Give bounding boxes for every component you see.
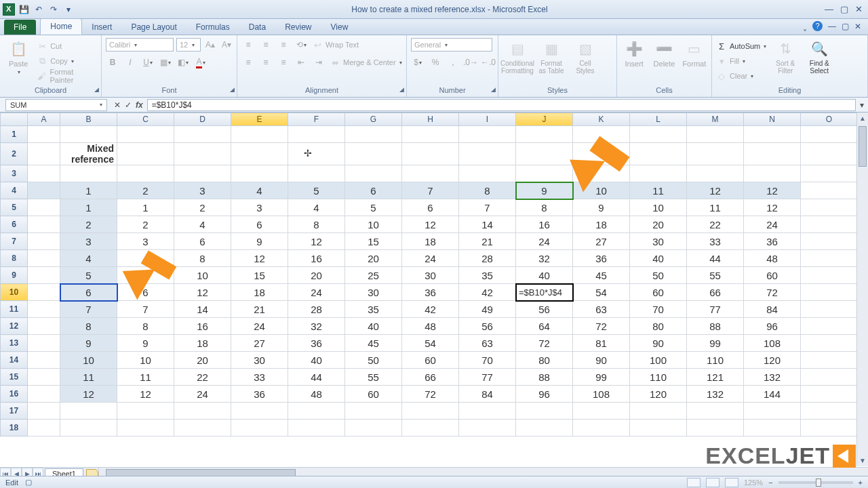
page-break-view-icon[interactable] <box>725 478 738 487</box>
align-right-icon[interactable]: ≡ <box>277 56 290 69</box>
cell-L9[interactable]: 50 <box>630 267 687 284</box>
row-header-17[interactable]: 17 <box>1 403 28 420</box>
cell-F9[interactable]: 20 <box>288 267 345 284</box>
sort-filter-button[interactable]: ⇅Sort & Filter <box>770 38 800 75</box>
cell-I18[interactable] <box>459 420 516 436</box>
cell-N10[interactable]: 72 <box>744 284 801 301</box>
cell-F1[interactable] <box>288 126 345 143</box>
cell-E11[interactable]: 21 <box>231 301 288 318</box>
tab-insert[interactable]: Insert <box>82 20 121 35</box>
cell-O1[interactable] <box>801 126 858 143</box>
cell-B1[interactable] <box>60 126 117 143</box>
cell-H14[interactable]: 60 <box>402 352 459 369</box>
cell-A11[interactable] <box>28 301 60 318</box>
format-cells-button[interactable]: ▭Format <box>682 38 707 68</box>
cell-L16[interactable]: 120 <box>630 386 687 403</box>
cell-J4[interactable]: 9 <box>516 182 573 199</box>
cell-K11[interactable]: 63 <box>573 301 630 318</box>
cell-N13[interactable]: 108 <box>744 335 801 352</box>
cell-B6[interactable]: 2 <box>60 216 117 233</box>
cell-I3[interactable] <box>459 165 516 182</box>
cell-O12[interactable] <box>801 318 858 335</box>
cell-J17[interactable] <box>516 403 573 420</box>
cell-J1[interactable] <box>516 126 573 143</box>
cell-J7[interactable]: 24 <box>516 233 573 250</box>
cell-J5[interactable]: 8 <box>516 199 573 216</box>
delete-cells-button[interactable]: ➖Delete <box>651 38 677 68</box>
clipboard-dialog-icon[interactable]: ◢ <box>94 86 99 93</box>
cell-K14[interactable]: 90 <box>573 352 630 369</box>
cell-L6[interactable]: 20 <box>630 216 687 233</box>
align-middle-icon[interactable]: ≡ <box>259 38 273 52</box>
cell-A13[interactable] <box>28 335 60 352</box>
col-header-L[interactable]: L <box>630 113 687 126</box>
cell-A14[interactable] <box>28 352 60 369</box>
wrap-text-button[interactable]: ↩Wrap Text <box>312 38 359 52</box>
cell-L18[interactable] <box>630 420 687 436</box>
cell-H16[interactable]: 72 <box>402 386 459 403</box>
cell-J18[interactable] <box>516 420 573 436</box>
cell-B15[interactable]: 11 <box>60 369 117 386</box>
cell-L3[interactable] <box>630 165 687 182</box>
cell-J16[interactable]: 96 <box>516 386 573 403</box>
decrease-decimal-icon[interactable]: ←.0 <box>481 56 495 69</box>
cell-G9[interactable]: 25 <box>345 267 402 284</box>
col-header-K[interactable]: K <box>573 113 630 126</box>
cell-K13[interactable]: 81 <box>573 335 630 352</box>
cell-C18[interactable] <box>117 420 174 436</box>
zoom-out-icon[interactable]: − <box>768 479 772 487</box>
col-header-I[interactable]: I <box>459 113 516 126</box>
cell-N5[interactable]: 12 <box>744 199 801 216</box>
maximize-button[interactable]: ▢ <box>840 4 848 14</box>
cell-H18[interactable] <box>402 420 459 436</box>
cell-D11[interactable]: 14 <box>174 301 231 318</box>
row-header-6[interactable]: 6 <box>1 216 28 233</box>
cell-I11[interactable]: 49 <box>459 301 516 318</box>
ribbon-min-icon[interactable]: — <box>828 22 836 31</box>
comma-icon[interactable]: , <box>446 56 460 69</box>
merge-center-button[interactable]: ⬌Merge & Center▾ <box>330 56 402 69</box>
cell-N18[interactable] <box>744 420 801 436</box>
cell-J12[interactable]: 64 <box>516 318 573 335</box>
row-header-12[interactable]: 12 <box>1 318 28 335</box>
format-as-table-button[interactable]: ▦Format as Table <box>536 38 566 75</box>
fx-icon[interactable]: fx <box>136 100 143 110</box>
scroll-down-icon[interactable]: ▼ <box>857 455 868 466</box>
cell-O18[interactable] <box>801 420 858 436</box>
cell-H11[interactable]: 42 <box>402 301 459 318</box>
fill-color-button[interactable]: ◧▾ <box>176 56 190 69</box>
cell-M13[interactable]: 99 <box>687 335 744 352</box>
cell-B17[interactable] <box>60 403 117 420</box>
bold-button[interactable]: B <box>106 56 119 69</box>
cell-B18[interactable] <box>60 420 117 436</box>
cell-styles-button[interactable]: ▧Cell Styles <box>570 38 600 75</box>
cell-A9[interactable] <box>28 267 60 284</box>
cell-N15[interactable]: 132 <box>744 369 801 386</box>
cell-G13[interactable]: 45 <box>345 335 402 352</box>
cell-L17[interactable] <box>630 403 687 420</box>
cell-I4[interactable]: 8 <box>459 182 516 199</box>
tab-review[interactable]: Review <box>275 20 321 35</box>
row-header-9[interactable]: 9 <box>1 267 28 284</box>
cell-L5[interactable]: 10 <box>630 199 687 216</box>
align-bottom-icon[interactable]: ≡ <box>277 38 290 52</box>
border-button[interactable]: ▦▾ <box>159 56 172 69</box>
redo-icon[interactable]: ↷ <box>47 3 60 16</box>
align-center-icon[interactable]: ≡ <box>259 56 273 69</box>
font-name-combo[interactable]: Calibri▾ <box>106 38 174 52</box>
row-header-16[interactable]: 16 <box>1 386 28 403</box>
normal-view-icon[interactable] <box>687 478 701 487</box>
cell-N7[interactable]: 36 <box>744 233 801 250</box>
cell-K7[interactable]: 27 <box>573 233 630 250</box>
cell-A18[interactable] <box>28 420 60 436</box>
cell-A4[interactable] <box>28 182 60 199</box>
tab-home[interactable]: Home <box>40 18 82 35</box>
cell-C5[interactable]: 1 <box>117 199 174 216</box>
cell-J11[interactable]: 56 <box>516 301 573 318</box>
cell-K9[interactable]: 45 <box>573 267 630 284</box>
cell-B3[interactable] <box>60 165 117 182</box>
cell-H17[interactable] <box>402 403 459 420</box>
cell-O3[interactable] <box>801 165 858 182</box>
row-header-15[interactable]: 15 <box>1 369 28 386</box>
cell-M14[interactable]: 110 <box>687 352 744 369</box>
